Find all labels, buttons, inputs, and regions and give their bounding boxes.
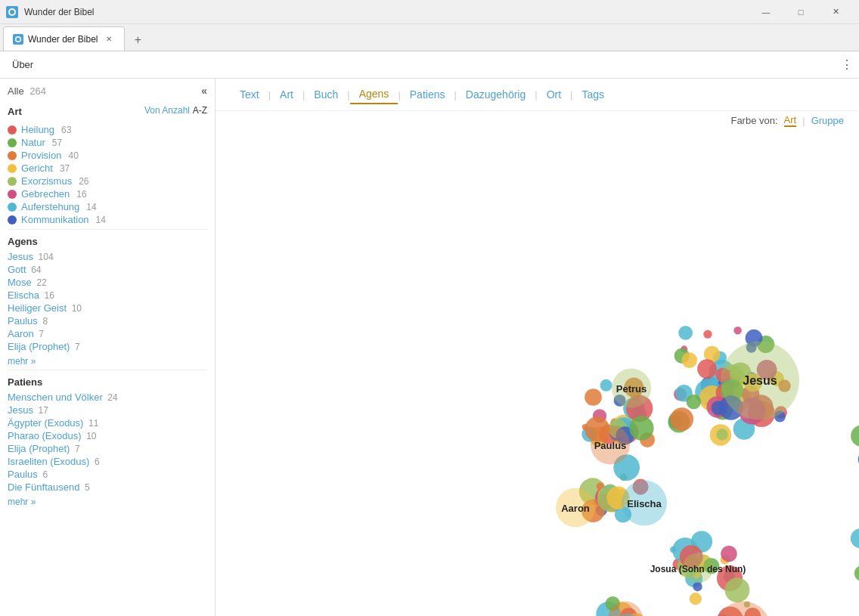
legend-item[interactable]: Provision 40	[8, 149, 207, 162]
sort-az-button[interactable]: A-Z	[193, 105, 207, 116]
bubble[interactable]	[678, 326, 693, 340]
legend-color-dot	[8, 190, 17, 199]
bubble[interactable]	[600, 379, 612, 392]
bubble[interactable]	[851, 528, 859, 548]
bubble[interactable]	[687, 395, 702, 410]
legend-item[interactable]: Auferstehung 14	[8, 200, 207, 213]
legend-label: Auferstehung	[21, 201, 79, 212]
viz-tab-buch[interactable]: Buch	[305, 85, 347, 104]
agens-list-item[interactable]: Paulus 8	[8, 314, 207, 327]
tab-icon	[13, 34, 23, 45]
legend-count: 14	[96, 215, 106, 225]
agens-list-item[interactable]: Aaron 7	[8, 327, 207, 340]
viz-tab-ort[interactable]: Ort	[538, 85, 570, 104]
title-bar: Wunder der Bibel — □ ✕	[0, 0, 859, 24]
legend-color-dot	[8, 138, 17, 147]
viz-tab-text[interactable]: Text	[231, 85, 268, 104]
sort-by-count-button[interactable]: Von Anzahl	[144, 105, 190, 116]
viz-tab-agens[interactable]: Agens	[350, 85, 398, 104]
svg-point-3	[17, 37, 20, 41]
legend-item[interactable]: Kommunikation 14	[8, 213, 207, 226]
bubble[interactable]	[585, 388, 602, 406]
legend-label: Heilung	[21, 124, 54, 135]
agens-list-item[interactable]: Elija (Prophet) 7	[8, 340, 207, 353]
agens-list-item[interactable]: Mose 22	[8, 276, 207, 289]
sidebar-total: Alle 264	[8, 85, 46, 97]
sidebar-collapse-button[interactable]: «	[201, 85, 207, 97]
bubble[interactable]	[681, 352, 697, 368]
legend-item[interactable]: Gericht 37	[8, 162, 207, 175]
patiens-list-item[interactable]: Paulus 6	[8, 468, 207, 481]
color-option-gruppe[interactable]: Gruppe	[811, 115, 844, 126]
agens-section: Agens Jesus 104Gott 64Mose 22Elischa 16H…	[8, 236, 207, 367]
tab-bar: Wunder der Bibel ✕ +	[0, 24, 859, 51]
bubble-label: Ein Engel	[603, 614, 647, 617]
main-content: Alle 264 « Art Von Anzahl A-Z Heilung 63	[0, 79, 859, 616]
legend-item[interactable]: Heilung 63	[8, 123, 207, 136]
patiens-list-item[interactable]: Jesus 17	[8, 404, 207, 416]
viz-tab-dazugehörig[interactable]: Dazugehörig	[457, 85, 535, 104]
patiens-more-link[interactable]: mehr »	[8, 497, 207, 507]
bubble[interactable]	[629, 416, 653, 440]
agens-count: 7	[39, 329, 44, 339]
bubble-label: Aaron	[561, 503, 590, 514]
agens-more-link[interactable]: mehr »	[8, 356, 207, 367]
minimize-button[interactable]: —	[749, 0, 783, 24]
viz-color-row: Farbe von: Art | Gruppe	[216, 111, 859, 130]
patiens-list-item[interactable]: Menschen und Völker 24	[8, 391, 207, 404]
viz-tab-tags[interactable]: Tags	[572, 85, 613, 104]
sidebar-header: Alle 264 «	[0, 79, 215, 100]
viz-tab-patiens[interactable]: Patiens	[401, 85, 454, 104]
legend-color-dot	[8, 125, 17, 135]
legend-label: Gebrechen	[21, 188, 70, 200]
legend-label: Provision	[21, 150, 61, 161]
bubble[interactable]	[693, 582, 702, 591]
agens-count: 10	[72, 303, 82, 314]
bubble[interactable]	[725, 577, 750, 602]
agens-list-item[interactable]: Elischa 16	[8, 289, 207, 302]
bubble[interactable]	[716, 429, 727, 440]
title-bar-left: Wunder der Bibel	[6, 6, 95, 18]
bubble[interactable]	[670, 407, 693, 431]
bubble-label: Elischa	[627, 498, 662, 509]
bubble[interactable]	[712, 401, 726, 415]
legend-count: 63	[61, 125, 71, 135]
agens-list-item[interactable]: Gott 64	[8, 263, 207, 276]
agens-count: 8	[42, 316, 48, 327]
bubble[interactable]	[697, 359, 717, 379]
new-tab-button[interactable]: +	[128, 29, 149, 51]
tab-wunder-der-bibel[interactable]: Wunder der Bibel ✕	[3, 26, 125, 51]
bubble-label: Paulus	[594, 440, 627, 451]
patiens-list-item[interactable]: Die Fünftausend 5	[8, 481, 207, 494]
bubble[interactable]	[690, 593, 702, 605]
agens-section-title: Agens	[8, 236, 207, 247]
legend-item[interactable]: Natur 57	[8, 136, 207, 149]
patiens-list-item[interactable]: Pharao (Exodus) 10	[8, 429, 207, 442]
address-bar: Über ⋮	[0, 51, 859, 79]
maximize-button[interactable]: □	[783, 0, 818, 24]
bubble[interactable]	[721, 546, 737, 562]
patiens-list-item[interactable]: Ägypter (Exodus) 11	[8, 416, 207, 429]
close-button[interactable]: ✕	[818, 0, 853, 24]
art-section-title: Art	[8, 106, 22, 117]
sidebar: Alle 264 « Art Von Anzahl A-Z Heilung 63	[0, 79, 216, 616]
color-option-art[interactable]: Art	[784, 114, 797, 127]
legend-label: Gericht	[21, 163, 53, 174]
agens-count: 64	[31, 265, 41, 275]
bubble[interactable]	[854, 565, 859, 581]
bubble[interactable]	[733, 327, 742, 335]
legend-item[interactable]: Exorzismus 26	[8, 175, 207, 187]
agens-list: Jesus 104Gott 64Mose 22Elischa 16Heilige…	[8, 250, 207, 353]
bubble[interactable]	[703, 330, 712, 339]
bubble[interactable]	[851, 425, 859, 447]
address-menu-button[interactable]: ⋮	[841, 57, 853, 72]
agens-count: 16	[45, 290, 54, 301]
tab-close-button[interactable]: ✕	[103, 33, 115, 45]
legend-item[interactable]: Gebrechen 16	[8, 187, 207, 200]
patiens-list-item[interactable]: Israeliten (Exodus) 6	[8, 455, 207, 468]
color-label: Farbe von:	[730, 115, 777, 126]
patiens-list-item[interactable]: Elija (Prophet) 7	[8, 442, 207, 455]
viz-tab-art[interactable]: Art	[271, 85, 302, 104]
agens-list-item[interactable]: Heiliger Geist 10	[8, 302, 207, 314]
agens-list-item[interactable]: Jesus 104	[8, 250, 207, 263]
